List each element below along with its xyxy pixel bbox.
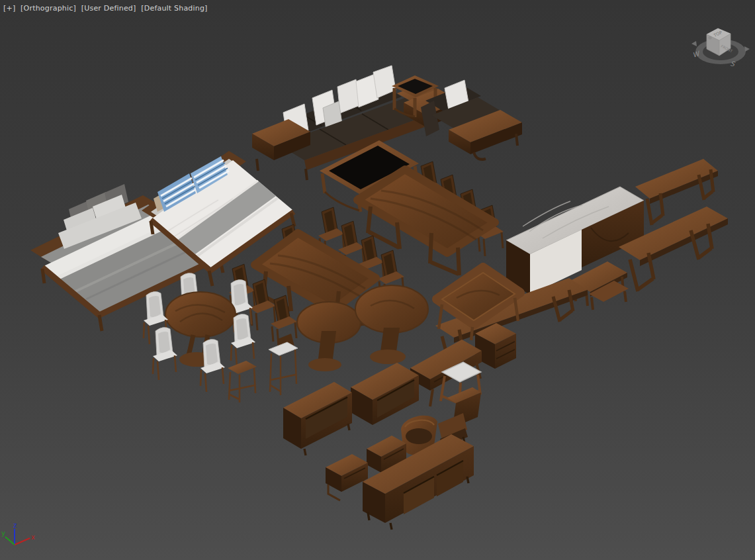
model-bar-stool-1[interactable] xyxy=(228,361,257,402)
model-pedestal-table-large[interactable] xyxy=(355,285,428,364)
world-axis-gizmo: z x y xyxy=(1,522,35,545)
scene-3d[interactable]: W S TOP FRONT z x y xyxy=(0,0,755,560)
viewcube[interactable]: W S TOP FRONT xyxy=(691,28,750,68)
viewport-canvas[interactable]: [+] [Orthographic] [User Defined] [Defau… xyxy=(0,0,755,560)
axis-y-label: y xyxy=(1,530,5,537)
model-sideboard-2[interactable] xyxy=(351,363,419,425)
axis-z-label: z xyxy=(13,522,17,529)
model-nightstand-2[interactable] xyxy=(326,454,368,500)
axis-x-label: x xyxy=(31,534,35,541)
model-pedestal-table-small[interactable] xyxy=(297,302,361,371)
model-sideboard-1[interactable] xyxy=(283,382,352,455)
model-bar-stool-2[interactable] xyxy=(269,334,298,395)
